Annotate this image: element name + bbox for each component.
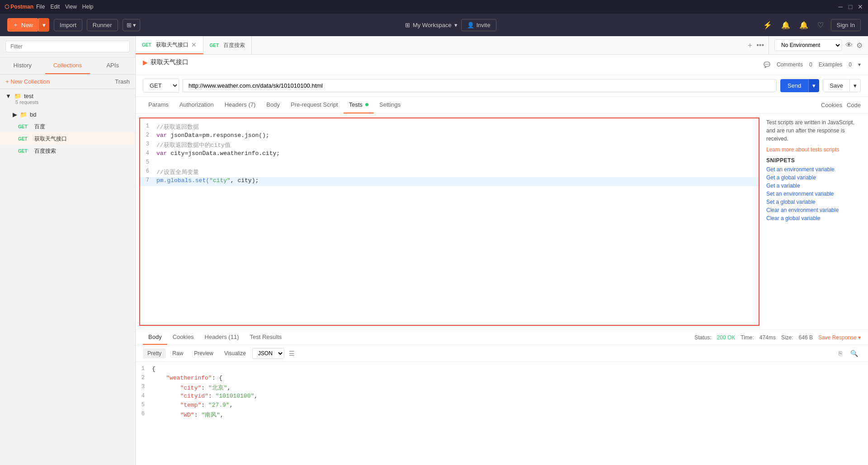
url-input[interactable] <box>183 79 777 92</box>
new-collection-button[interactable]: + New Collection <box>5 78 50 85</box>
format-filter-btn[interactable]: ☰ <box>286 349 297 358</box>
collection-folder-icon: 📁 <box>14 93 21 99</box>
menu-edit[interactable]: Edit <box>50 4 60 10</box>
trash-button[interactable]: Trash <box>115 78 130 85</box>
heart-icon-btn[interactable]: ♡ <box>816 19 826 31</box>
request-expand-icon[interactable]: ▶ <box>143 59 148 66</box>
minimize-btn[interactable]: ─ <box>837 4 844 10</box>
req-tab-prerequest[interactable]: Pre-request Script <box>285 97 344 113</box>
signin-button[interactable]: Sign In <box>831 19 861 31</box>
workspace-selector[interactable]: ⊞ My Workspace ▾ <box>405 22 458 28</box>
send-button[interactable]: Send <box>780 79 808 92</box>
request-baidu-search[interactable]: GET 百度搜索 <box>0 145 135 157</box>
user-icon-btn[interactable]: 🔔 <box>779 19 792 31</box>
menu-file[interactable]: File <box>36 4 45 10</box>
toolbar: ＋ New ▾ Import Runner ⊞ ▾ ⊞ My Workspace… <box>0 14 868 36</box>
snippet-set-global[interactable]: Set a global variable <box>766 199 862 205</box>
req-tab-settings[interactable]: Settings <box>374 97 406 113</box>
response-tabs-left: Body Cookies Headers (11) Test Results <box>143 330 287 345</box>
snippet-get-global[interactable]: Get a global variable <box>766 174 862 181</box>
format-type-select[interactable]: JSON <box>252 348 284 359</box>
search-input[interactable] <box>5 41 130 52</box>
menu-view[interactable]: View <box>65 4 77 10</box>
tab-method-badge: GET <box>142 42 151 47</box>
runner-button[interactable]: Runner <box>87 19 118 31</box>
snippet-set-env[interactable]: Set an environment variable <box>766 191 862 197</box>
main-layout: History Collections APIs + New Collectio… <box>0 36 868 465</box>
json-value: "101010100" <box>215 393 254 399</box>
tab-apis[interactable]: APIs <box>90 57 135 74</box>
tab-history[interactable]: History <box>0 57 45 74</box>
resp-line-2: 2 "weatherinfo": { <box>136 375 868 384</box>
tab-collections[interactable]: Collections <box>45 57 90 74</box>
snippet-clear-env[interactable]: Clear an environment variable <box>766 207 862 213</box>
layout-button[interactable]: ⊞ ▾ <box>123 19 141 31</box>
format-tab-visualize[interactable]: Visualize <box>220 348 250 358</box>
req-tab-tests[interactable]: Tests <box>344 97 374 113</box>
request-header-bar: ▶ 获取天气接口 💬 Comments 0 Examples 0 ▾ <box>136 55 868 75</box>
snippet-clear-global[interactable]: Clear a global variable <box>766 215 862 221</box>
json-key: "temp" <box>180 402 201 409</box>
env-eye-btn[interactable]: 👁 <box>845 41 853 49</box>
response-tab-headers[interactable]: Headers (11) <box>199 330 245 345</box>
close-btn[interactable]: ✕ <box>857 4 863 10</box>
import-button[interactable]: Import <box>54 19 82 31</box>
method-select[interactable]: GET <box>143 79 179 93</box>
save-button[interactable]: Save <box>823 79 850 92</box>
line-num: 3 <box>140 141 156 147</box>
more-tabs-btn[interactable]: ••• <box>756 41 764 49</box>
new-dropdown-btn[interactable]: ▾ <box>38 18 49 32</box>
add-tab-btn[interactable]: ＋ <box>746 41 754 50</box>
req-tab-headers[interactable]: Headers (7) <box>219 97 261 113</box>
format-tab-preview[interactable]: Preview <box>189 348 218 358</box>
request-baidu[interactable]: GET 百度 <box>0 121 135 133</box>
response-tab-body[interactable]: Body <box>143 330 167 345</box>
request-name: 百度 <box>34 123 45 131</box>
tests-active-dot <box>365 103 368 106</box>
code-editor[interactable]: 1 //获取返回数据 2 var jsonData=pm.response.js… <box>139 117 760 326</box>
cookies-link[interactable]: Cookies <box>821 102 842 108</box>
env-select[interactable]: No Environment <box>774 39 842 51</box>
save-dropdown-btn[interactable]: ▾ <box>850 79 861 92</box>
save-response-btn[interactable]: Save Response ▾ <box>818 334 861 341</box>
comments-label[interactable]: Comments <box>777 61 803 68</box>
req-tab-params[interactable]: Params <box>143 97 174 113</box>
send-dropdown-btn[interactable]: ▾ <box>808 79 819 92</box>
invite-button[interactable]: 👤 Invite <box>461 19 496 31</box>
line-num: 3 <box>136 384 152 390</box>
snippets-learn-more[interactable]: Learn more about tests scripts <box>766 146 839 153</box>
tab-close-icon[interactable]: ✕ <box>191 42 197 48</box>
tab-baidu-search[interactable]: GET 百度搜索 <box>203 36 252 54</box>
search-icon-btn[interactable]: ⚡ <box>761 19 774 31</box>
examples-expand: ▾ <box>858 61 861 68</box>
folder-bd[interactable]: ▶ 📁 bd <box>0 108 135 121</box>
line-content: "cityid": "101010100", <box>152 393 868 399</box>
maximize-btn[interactable]: □ <box>847 4 854 10</box>
line-content: "city": "北京", <box>152 384 868 392</box>
examples-label[interactable]: Examples <box>819 61 843 68</box>
tab-weather[interactable]: GET 获取天气接口 ✕ <box>136 36 203 54</box>
response-tab-testresults[interactable]: Test Results <box>244 330 287 345</box>
size-label: Size: <box>781 334 793 341</box>
menu-help[interactable]: Help <box>82 4 94 10</box>
new-button[interactable]: ＋ New <box>7 18 38 32</box>
code-link[interactable]: Code <box>847 102 861 108</box>
collection-test[interactable]: ▼ 📁 test 5 requests <box>0 89 135 108</box>
response-tab-cookies[interactable]: Cookies <box>167 330 199 345</box>
comments-count: 0 <box>809 61 812 68</box>
line-content: pm.globals.set("city", city); <box>156 177 759 184</box>
req-tab-body[interactable]: Body <box>261 97 285 113</box>
req-tab-authorization[interactable]: Authorization <box>174 97 219 113</box>
request-weather[interactable]: GET 获取天气接口 <box>0 133 135 145</box>
snippet-get-var[interactable]: Get a variable <box>766 183 862 189</box>
response-area: Body Cookies Headers (11) Test Results S… <box>136 329 868 465</box>
editor-layout: 1 //获取返回数据 2 var jsonData=pm.response.js… <box>136 114 868 329</box>
format-tab-raw[interactable]: Raw <box>168 348 188 358</box>
snippet-get-env[interactable]: Get an environment variable <box>766 166 862 173</box>
copy-response-btn[interactable]: ⎘ <box>836 349 845 358</box>
notification-icon-btn[interactable]: 🔔 <box>797 19 810 31</box>
format-tab-pretty[interactable]: Pretty <box>143 348 166 358</box>
collection-count: 5 requests <box>15 99 130 105</box>
search-response-btn[interactable]: 🔍 <box>848 349 861 358</box>
env-gear-btn[interactable]: ⚙ <box>856 41 863 50</box>
